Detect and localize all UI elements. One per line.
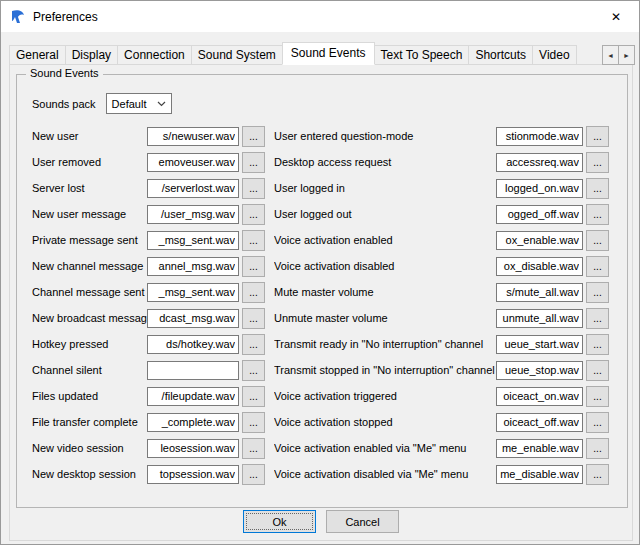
sound-file-input[interactable] [147, 179, 239, 198]
sound-event-label: User entered question-mode [274, 130, 496, 142]
close-button[interactable]: ✕ [593, 1, 639, 32]
sounds-pack-row: Sounds pack Default [32, 93, 172, 114]
sound-file-input[interactable] [147, 231, 239, 250]
sound-file-input[interactable] [496, 439, 583, 458]
tab-connection[interactable]: Connection [117, 45, 192, 65]
browse-button[interactable]: ... [586, 126, 609, 147]
tab-scroll-right-button[interactable]: ► [618, 45, 635, 65]
browse-button[interactable]: ... [242, 308, 265, 329]
cancel-button[interactable]: Cancel [326, 510, 399, 533]
browse-button[interactable]: ... [586, 438, 609, 459]
sound-event-row: File transfer complete ... Voice activat… [32, 409, 609, 435]
tab-scroll-left-button[interactable]: ◄ [602, 45, 619, 65]
browse-button[interactable]: ... [586, 360, 609, 381]
browse-button[interactable]: ... [242, 386, 265, 407]
sound-event-label: New user [32, 130, 147, 142]
sound-file-input[interactable] [147, 153, 239, 172]
sound-event-label: New video session [32, 442, 147, 454]
sound-event-row: User removed ... Desktop access request … [32, 149, 609, 175]
sound-event-row: New user message ... User logged out ... [32, 201, 609, 227]
sound-event-label: Voice activation disabled via "Me" menu [274, 468, 496, 480]
sound-file-input[interactable] [496, 205, 583, 224]
browse-button[interactable]: ... [242, 178, 265, 199]
tab-sound-system[interactable]: Sound System [191, 45, 283, 65]
sound-event-label: Transmit stopped in "No interruption" ch… [274, 364, 496, 376]
browse-button[interactable]: ... [586, 152, 609, 173]
tab-strip: GeneralDisplayConnectionSound SystemSoun… [9, 42, 633, 65]
sound-file-input[interactable] [496, 283, 583, 302]
sound-file-input[interactable] [496, 387, 583, 406]
sound-file-input[interactable] [496, 231, 583, 250]
browse-button[interactable]: ... [586, 230, 609, 251]
sound-file-input[interactable] [496, 309, 583, 328]
tab-display[interactable]: Display [65, 45, 118, 65]
browse-button[interactable]: ... [586, 334, 609, 355]
titlebar[interactable]: Preferences ✕ [1, 1, 639, 32]
sound-event-label: New desktop session [32, 468, 147, 480]
browse-button[interactable]: ... [586, 282, 609, 303]
sound-file-input[interactable] [147, 335, 239, 354]
tab-shortcuts[interactable]: Shortcuts [468, 45, 533, 65]
browse-button[interactable]: ... [242, 438, 265, 459]
sound-file-input[interactable] [147, 257, 239, 276]
sound-file-input[interactable] [496, 361, 583, 380]
sound-event-label: Files updated [32, 390, 147, 402]
sound-event-label: Unmute master volume [274, 312, 496, 324]
sound-event-label: Mute master volume [274, 286, 496, 298]
sound-file-input[interactable] [147, 465, 239, 484]
sound-file-input[interactable] [496, 465, 583, 484]
browse-button[interactable]: ... [242, 152, 265, 173]
sound-file-input[interactable] [496, 153, 583, 172]
sound-event-label: New user message [32, 208, 147, 220]
tab-scroll-buttons: ◄ ► [602, 45, 635, 65]
sound-event-label: File transfer complete [32, 416, 147, 428]
sound-file-input[interactable] [496, 413, 583, 432]
sound-file-input[interactable] [147, 361, 239, 380]
sound-event-label: Channel message sent [32, 286, 147, 298]
sound-event-label: Voice activation disabled [274, 260, 496, 272]
sounds-pack-label: Sounds pack [32, 98, 96, 110]
sound-file-input[interactable] [147, 309, 239, 328]
tab-video[interactable]: Video [532, 45, 576, 65]
sound-file-input[interactable] [147, 387, 239, 406]
sound-file-input[interactable] [496, 179, 583, 198]
browse-button[interactable]: ... [586, 204, 609, 225]
browse-button[interactable]: ... [242, 126, 265, 147]
sound-file-input[interactable] [147, 205, 239, 224]
sound-file-input[interactable] [147, 283, 239, 302]
sound-file-input[interactable] [496, 335, 583, 354]
browse-button[interactable]: ... [242, 464, 265, 485]
browse-button[interactable]: ... [242, 360, 265, 381]
sound-event-label: Server lost [32, 182, 147, 194]
ok-button[interactable]: Ok [243, 510, 316, 533]
sound-event-label: New channel message [32, 260, 147, 272]
window-title: Preferences [33, 10, 98, 24]
sound-file-input[interactable] [147, 413, 239, 432]
sound-event-row: Hotkey pressed ... Transmit ready in "No… [32, 331, 609, 357]
browse-button[interactable]: ... [586, 178, 609, 199]
sound-event-row: New broadcast message ... Unmute master … [32, 305, 609, 331]
sound-event-row: New desktop session ... Voice activation… [32, 461, 609, 487]
browse-button[interactable]: ... [586, 308, 609, 329]
browse-button[interactable]: ... [242, 256, 265, 277]
browse-button[interactable]: ... [242, 230, 265, 251]
sound-file-input[interactable] [496, 257, 583, 276]
sound-file-input[interactable] [496, 127, 583, 146]
tab-sound-events[interactable]: Sound Events [282, 42, 375, 65]
browse-button[interactable]: ... [242, 282, 265, 303]
sounds-pack-select[interactable]: Default [106, 93, 172, 114]
tab-general[interactable]: General [9, 45, 66, 65]
tab-text-to-speech[interactable]: Text To Speech [374, 45, 470, 65]
browse-button[interactable]: ... [586, 256, 609, 277]
browse-button[interactable]: ... [242, 412, 265, 433]
sound-event-label: Private message sent [32, 234, 147, 246]
browse-button[interactable]: ... [242, 334, 265, 355]
browse-button[interactable]: ... [586, 412, 609, 433]
sound-file-input[interactable] [147, 127, 239, 146]
browse-button[interactable]: ... [586, 386, 609, 407]
sound-file-input[interactable] [147, 439, 239, 458]
sound-event-label: Hotkey pressed [32, 338, 147, 350]
browse-button[interactable]: ... [586, 464, 609, 485]
browse-button[interactable]: ... [242, 204, 265, 225]
sound-event-label: Voice activation stopped [274, 416, 496, 428]
